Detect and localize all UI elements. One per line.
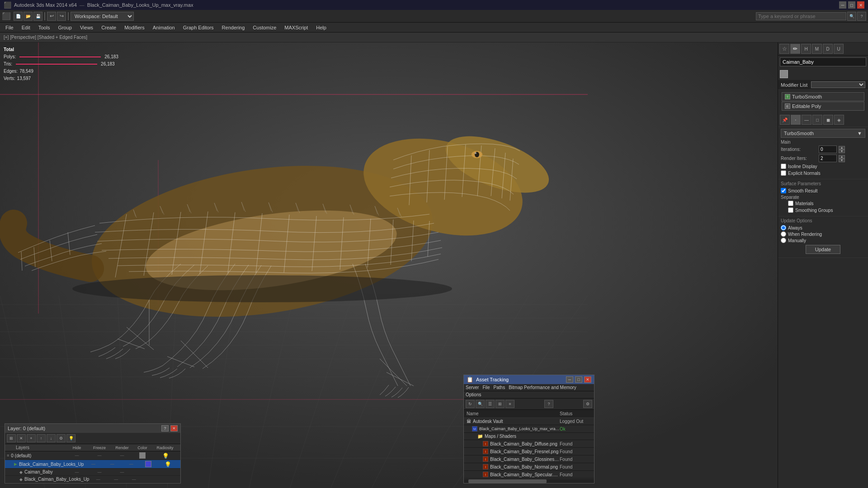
vertex-tab[interactable]: · <box>791 115 801 125</box>
layer-row-caiman2[interactable]: ◆ Caiman_Baby — — — <box>5 469 180 476</box>
materials-checkbox[interactable] <box>788 201 793 206</box>
render-iters-input[interactable] <box>819 155 837 162</box>
layer-row-caiman3[interactable]: ◆ Black_Caiman_Baby_Looks_Up — — — <box>5 476 180 483</box>
utilities-tab[interactable]: U <box>834 44 844 54</box>
object-color-swatch[interactable] <box>780 70 788 78</box>
asset-minimize-btn[interactable]: ─ <box>566 376 573 383</box>
viewport-label[interactable]: [+] [Perspective] [Shaded + Edged Faces] <box>4 35 87 40</box>
menu-help[interactable]: Help <box>312 24 330 31</box>
asset-menu-file[interactable]: File <box>482 385 490 390</box>
layer-row-default[interactable]: ≡ 0 (default) — — — 💡 <box>5 451 180 460</box>
hierarchy-tab[interactable]: H <box>801 44 811 54</box>
render-iters-up[interactable]: ▲ <box>839 155 845 159</box>
asset-list-icon[interactable]: ☰ <box>486 400 495 408</box>
create-tab[interactable]: ☆ <box>779 44 789 54</box>
smoothing-groups-checkbox[interactable] <box>788 207 793 213</box>
modifier-editpoly[interactable]: E Editable Poly <box>782 102 864 111</box>
smooth-result-checkbox[interactable] <box>781 188 786 193</box>
layers-help-btn[interactable]: ? <box>161 425 169 432</box>
layer-color-0[interactable] <box>139 452 146 459</box>
asset-row-diffuse[interactable]: I Black_Caiman_Baby_Diffuse.png Found <box>464 440 594 448</box>
viewport[interactable]: Total Polys: 26,183 Tris: 26,183 Edges: … <box>0 42 778 488</box>
layer-move-up-icon[interactable]: ↑ <box>37 434 46 442</box>
close-btn[interactable]: ✕ <box>857 1 864 9</box>
menu-rendering[interactable]: Rendering <box>218 24 249 31</box>
pin-tab[interactable]: 📌 <box>780 115 790 125</box>
asset-restore-btn[interactable]: □ <box>575 376 582 383</box>
layer-delete-icon[interactable]: ✕ <box>17 434 26 442</box>
menu-tools[interactable]: Tools <box>35 24 54 31</box>
poly-tab[interactable]: ◼ <box>823 115 833 125</box>
border-tab[interactable]: □ <box>812 115 822 125</box>
asset-find-icon[interactable]: 🔍 <box>476 400 485 408</box>
search-input[interactable] <box>756 12 846 20</box>
update-button[interactable]: Update <box>806 245 840 254</box>
menu-create[interactable]: Create <box>98 24 120 31</box>
redo-icon[interactable]: ↪ <box>57 12 66 21</box>
when-rendering-radio[interactable] <box>781 231 786 237</box>
explicit-normals-checkbox[interactable] <box>781 170 786 176</box>
element-tab[interactable]: ◈ <box>834 115 844 125</box>
asset-menu-bitmap[interactable]: Bitmap Performance and Memory <box>509 385 576 390</box>
help-icon[interactable]: ? <box>857 12 866 21</box>
minimize-btn[interactable]: ─ <box>839 1 846 9</box>
always-radio[interactable] <box>781 225 786 230</box>
workspace-select[interactable]: Workspace: Default <box>71 12 134 21</box>
object-name-input[interactable] <box>780 57 866 66</box>
asset-help-icon[interactable]: ? <box>544 400 553 408</box>
render-iters-down[interactable]: ▼ <box>839 159 845 162</box>
modifier-dropdown[interactable] <box>811 81 865 88</box>
asset-row-maps-folder[interactable]: 📁 Maps / Shaders <box>464 433 594 440</box>
manually-radio[interactable] <box>781 238 786 243</box>
layer-move-down-icon[interactable]: ↓ <box>47 434 56 442</box>
iterations-down[interactable]: ▼ <box>839 150 845 153</box>
asset-row-glossiness[interactable]: I Black_Caiman_Baby_Glossiness.png Found <box>464 455 594 463</box>
asset-menu-options[interactable]: Options <box>466 392 481 397</box>
layer-row-caiman[interactable]: ▶ Black_Caiman_Baby_Looks_Up — — — 💡 <box>5 460 180 469</box>
asset-scrollbar[interactable] <box>464 479 594 483</box>
iterations-up[interactable]: ▲ <box>839 146 845 150</box>
menu-animation[interactable]: Animation <box>149 24 179 31</box>
menu-graph-editors[interactable]: Graph Editors <box>179 24 217 31</box>
modifier-turbosm[interactable]: T TurboSmooth <box>782 92 864 101</box>
asset-grid-icon[interactable]: ⊞ <box>495 400 505 408</box>
save-icon[interactable]: 💾 <box>33 12 42 21</box>
asset-row-fresnel[interactable]: I Black_Caiman_Baby_Fresnel.png Found <box>464 448 594 455</box>
layer-grid-icon[interactable]: ⊞ <box>7 434 16 442</box>
edge-tab[interactable]: — <box>802 115 811 125</box>
asset-settings-icon[interactable]: ⚙ <box>583 400 592 408</box>
layer-add-icon[interactable]: + <box>27 434 36 442</box>
asset-details-icon[interactable]: ≡ <box>505 400 514 408</box>
asset-close-btn[interactable]: ✕ <box>584 376 591 383</box>
asset-scrollbar-thumb[interactable] <box>468 479 547 483</box>
modifier-list-header[interactable]: Modifier List <box>778 80 868 90</box>
open-icon[interactable]: 📂 <box>24 12 33 21</box>
asset-row-specular[interactable]: I Black_Caiman_Baby_Specular.png Found <box>464 471 594 479</box>
layer-color-1[interactable] <box>145 461 151 467</box>
restore-btn[interactable]: □ <box>848 1 855 9</box>
menu-customize[interactable]: Customize <box>249 24 280 31</box>
asset-menu-paths[interactable]: Paths <box>494 385 505 390</box>
undo-icon[interactable]: ↩ <box>47 12 56 21</box>
menu-views[interactable]: Views <box>76 24 97 31</box>
asset-row-maxfile[interactable]: M Black_Caiman_Baby_Looks_Up_max_vray.ma… <box>464 425 594 433</box>
menu-file[interactable]: File <box>2 24 17 31</box>
asset-menu-server[interactable]: Server <box>466 385 479 390</box>
layers-close-btn[interactable]: ✕ <box>170 425 178 432</box>
new-icon[interactable]: 📄 <box>14 12 23 21</box>
menu-edit[interactable]: Edit <box>18 24 34 31</box>
isoline-checkbox[interactable] <box>781 164 786 169</box>
layer-lights-icon[interactable]: 💡 <box>66 434 75 442</box>
menu-modifiers[interactable]: Modifiers <box>121 24 148 31</box>
menu-group[interactable]: Group <box>54 24 75 31</box>
asset-refresh-icon[interactable]: ↻ <box>466 400 475 408</box>
iterations-input[interactable] <box>819 145 837 153</box>
display-tab[interactable]: D <box>823 44 833 54</box>
motion-tab[interactable]: M <box>812 44 822 54</box>
menu-maxscript[interactable]: MAXScript <box>281 24 311 31</box>
asset-row-normal[interactable]: I Black_Caiman_Baby_Normal.png Found <box>464 463 594 471</box>
layer-settings-icon[interactable]: ⚙ <box>57 434 66 442</box>
asset-row-vault[interactable]: 🏛 Autodesk Vault Logged Out <box>464 418 594 425</box>
turbosm-title[interactable]: TurboSmooth ▼ <box>781 129 865 138</box>
modify-tab active[interactable]: ✏ <box>790 44 800 54</box>
